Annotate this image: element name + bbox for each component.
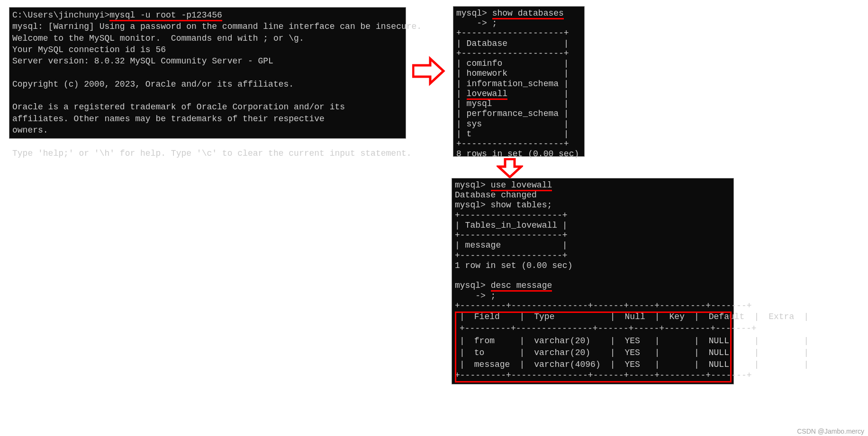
term1-line: Oracle is a registered trademark of Orac… xyxy=(12,102,345,112)
tables-header: | Tables_in_lovewall | xyxy=(455,221,568,230)
rowcount: 1 row in set (0.00 sec) xyxy=(455,261,572,270)
db-header: | Database | xyxy=(456,39,569,48)
terminal-show-databases[interactable]: mysql> show databases -> ; +------------… xyxy=(453,6,585,157)
arrow-right-icon xyxy=(412,56,445,86)
table-separator: +--------------------+ xyxy=(455,251,568,260)
term1-line: Copyright (c) 2000, 2023, Oracle and/or … xyxy=(12,80,294,89)
term1-line: Your MySQL connection id is 56 xyxy=(12,45,166,54)
term1-line: Welcome to the MySQL monitor. Commands e… xyxy=(12,34,304,43)
tables-row: | message | xyxy=(455,240,568,250)
db-changed: Database changed xyxy=(455,190,537,200)
table-separator: +--------------------+ xyxy=(456,49,569,58)
arrow-down-icon xyxy=(497,158,523,178)
db-row: | information_schema | xyxy=(456,79,569,89)
table-separator: +--------------------+ xyxy=(455,231,568,240)
desc-message-command: desc message xyxy=(491,281,552,292)
table-separator: +--------------------+ xyxy=(456,28,569,38)
db-row: | t | xyxy=(456,129,569,139)
db-row-post: | xyxy=(507,89,569,98)
db-row: | sys | xyxy=(456,119,569,129)
login-command: mysql -u root -p123456 xyxy=(109,10,222,21)
desc-cell xyxy=(764,335,799,347)
table-separator: +--------------------+ xyxy=(455,211,568,220)
continuation: -> ; xyxy=(455,291,496,301)
mysql-prompt: mysql> xyxy=(455,180,486,190)
desc-cell xyxy=(764,347,799,359)
desc-separator: +---------+---------------+------+-----+… xyxy=(455,301,752,311)
terminal-login[interactable]: C:\Users\jinchunyi>mysql -u root -p12345… xyxy=(9,7,406,139)
desc-h-extra: Extra xyxy=(764,311,799,323)
show-tables-command: mysql> show tables; xyxy=(455,200,552,210)
term1-line: Type 'help;' or '\h' for help. Type '\c'… xyxy=(12,149,412,158)
term1-line: affiliates. Other names may be trademark… xyxy=(12,114,325,124)
db-row: | mysql | xyxy=(456,99,569,108)
prompt-prefix: C:\Users\jinchunyi> xyxy=(12,10,109,20)
rows-footer: 8 rows in set (0.00 sec) xyxy=(456,149,579,159)
desc-cell xyxy=(764,359,799,371)
term1-line: Server version: 8.0.32 MySQL Community S… xyxy=(12,56,273,66)
use-lovewall-command: use lovewall xyxy=(491,180,552,191)
watermark: CSDN @Jambo.mercy xyxy=(797,427,864,435)
db-row: | performance_schema | xyxy=(456,109,569,118)
db-row-pre: | xyxy=(456,89,467,98)
term1-line: mysql: [Warning] Using a password on the… xyxy=(12,22,422,31)
mysql-prompt: mysql> xyxy=(456,9,487,18)
db-row: | cominfo | xyxy=(456,59,569,68)
show-databases-command: show databases xyxy=(492,9,564,19)
mysql-prompt: mysql> xyxy=(455,281,486,290)
db-row: | homework | xyxy=(456,69,569,78)
continuation: -> ; xyxy=(456,18,497,28)
table-separator: +--------------------+ xyxy=(456,139,569,149)
db-lovewall: lovewall xyxy=(467,89,507,100)
highlight-box-desc xyxy=(455,311,732,383)
term1-line: owners. xyxy=(12,125,48,135)
